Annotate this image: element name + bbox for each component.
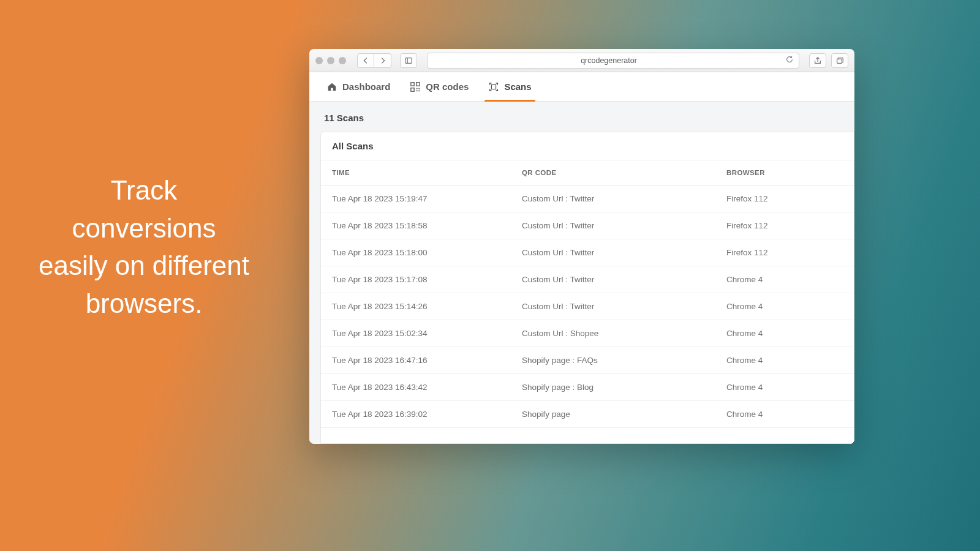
forward-button[interactable] <box>374 53 391 68</box>
cell-time: Tue Apr 18 2023 15:19:47 <box>332 194 522 203</box>
qr-icon <box>410 81 421 92</box>
close-window-dot[interactable] <box>315 57 323 64</box>
cell-time: Tue Apr 18 2023 16:39:02 <box>332 410 522 419</box>
cell-qr: Custom Url : Twitter <box>522 248 726 257</box>
sidebar-toggle-button[interactable] <box>400 53 417 68</box>
cell-browser: Firefox 112 <box>726 221 843 230</box>
tab-qr-codes[interactable]: QR codes <box>407 72 471 101</box>
scan-icon <box>488 81 499 92</box>
traffic-lights <box>315 57 346 64</box>
table-row[interactable]: Tue Apr 18 2023 16:47:16Shopify page : F… <box>321 347 854 374</box>
cell-browser: Chrome 4 <box>726 410 843 419</box>
share-button[interactable] <box>809 53 826 68</box>
cell-browser: Chrome 4 <box>726 383 843 392</box>
cell-time: Tue Apr 18 2023 15:18:00 <box>332 248 522 257</box>
svg-rect-5 <box>411 88 414 91</box>
table-body: Tue Apr 18 2023 15:19:47Custom Url : Twi… <box>321 186 854 443</box>
col-header-time: TIME <box>332 169 522 176</box>
cell-time: Tue Apr 18 2023 15:17:08 <box>332 275 522 284</box>
cell-qr: Shopify page : FAQs <box>522 356 726 365</box>
sidebar-icon <box>404 56 413 65</box>
table-row[interactable]: Tue Apr 18 2023 15:19:47Custom Url : Twi… <box>321 186 854 212</box>
table-row[interactable]: Tue Apr 18 2023 16:39:02Shopify pageChro… <box>321 401 854 428</box>
svg-rect-4 <box>417 82 420 85</box>
cell-time: Tue Apr 18 2023 16:47:16 <box>332 356 522 365</box>
cell-qr: Shopify page <box>522 410 726 419</box>
cell-time: Tue Apr 18 2023 15:14:26 <box>332 302 522 311</box>
back-button[interactable] <box>357 53 374 68</box>
table-row[interactable]: Tue Apr 18 2023 15:18:00Custom Url : Twi… <box>321 239 854 266</box>
cell-time: Tue Apr 18 2023 16:43:42 <box>332 383 522 392</box>
tab-scans[interactable]: Scans <box>486 72 533 101</box>
browser-chrome: qrcodegenerator <box>309 49 854 72</box>
tab-label: Dashboard <box>342 81 390 92</box>
content-area: 11 Scans All Scans TIME QR CODE BROWSER … <box>309 102 854 444</box>
table-row[interactable]: Tue Apr 18 2023 15:02:34Custom Url : Sho… <box>321 320 854 347</box>
tabs-button[interactable] <box>831 53 848 68</box>
tabs-icon <box>835 56 844 65</box>
chevron-right-icon <box>379 56 387 65</box>
table-row[interactable]: Tue Apr 18 2023 15:18:58Custom Url : Twi… <box>321 212 854 239</box>
reload-button[interactable] <box>785 55 794 66</box>
cell-browser: Chrome 4 <box>726 275 843 284</box>
scans-count: 11 Scans <box>309 102 854 132</box>
svg-rect-9 <box>419 90 420 91</box>
cell-browser: Chrome 4 <box>726 356 843 365</box>
col-header-browser: BROWSER <box>726 169 843 176</box>
share-icon <box>813 56 822 65</box>
table-row[interactable]: Tue Apr 18 2023 15:14:26Custom Url : Twi… <box>321 293 854 320</box>
chrome-right-tools <box>809 53 848 68</box>
cell-browser: Firefox 112 <box>726 248 843 257</box>
cell-qr: Custom Url : Shopee <box>522 329 726 338</box>
cell-qr: Shopify page : Blog <box>522 383 726 392</box>
svg-rect-2 <box>837 59 842 63</box>
svg-rect-6 <box>417 88 418 89</box>
minimize-window-dot[interactable] <box>327 57 334 64</box>
table-header: TIME QR CODE BROWSER <box>321 160 854 186</box>
browser-window: qrcodegenerator Dashboard QR codes Scans <box>309 49 854 444</box>
card-title: All Scans <box>321 132 854 160</box>
svg-rect-8 <box>417 90 418 91</box>
tab-label: QR codes <box>426 81 469 92</box>
svg-rect-7 <box>419 88 420 89</box>
table-row[interactable]: Tue Apr 18 2023 16:43:42Shopify page : B… <box>321 374 854 401</box>
url-bar[interactable]: qrcodegenerator <box>427 53 799 69</box>
chevron-left-icon <box>361 56 370 65</box>
tab-dashboard[interactable]: Dashboard <box>324 72 393 101</box>
cell-qr: Custom Url : Twitter <box>522 221 726 230</box>
home-icon <box>326 81 337 92</box>
tab-label: Scans <box>504 81 531 92</box>
svg-rect-10 <box>492 84 496 89</box>
cell-qr: Custom Url : Twitter <box>522 275 726 284</box>
nav-buttons <box>357 53 391 68</box>
reload-icon <box>785 55 794 64</box>
table-row[interactable]: Tue Apr 18 2023 15:17:08Custom Url : Twi… <box>321 266 854 293</box>
scans-card: All Scans TIME QR CODE BROWSER Tue Apr 1… <box>320 132 854 444</box>
cell-browser: Chrome 4 <box>726 329 843 338</box>
col-header-qr: QR CODE <box>522 169 726 176</box>
svg-rect-0 <box>405 58 412 63</box>
cell-qr: Custom Url : Twitter <box>522 302 726 311</box>
cell-browser: Firefox 112 <box>726 194 843 203</box>
url-text: qrcodegenerator <box>432 56 785 65</box>
cell-time: Tue Apr 18 2023 15:02:34 <box>332 329 522 338</box>
maximize-window-dot[interactable] <box>339 57 346 64</box>
svg-rect-3 <box>411 82 414 85</box>
marketing-headline: Track conversions easily on different br… <box>37 171 251 322</box>
cell-browser: Chrome 4 <box>726 302 843 311</box>
cell-time: Tue Apr 18 2023 15:18:58 <box>332 221 522 230</box>
cell-qr: Custom Url : Twitter <box>522 194 726 203</box>
app-tabs: Dashboard QR codes Scans <box>309 72 854 102</box>
